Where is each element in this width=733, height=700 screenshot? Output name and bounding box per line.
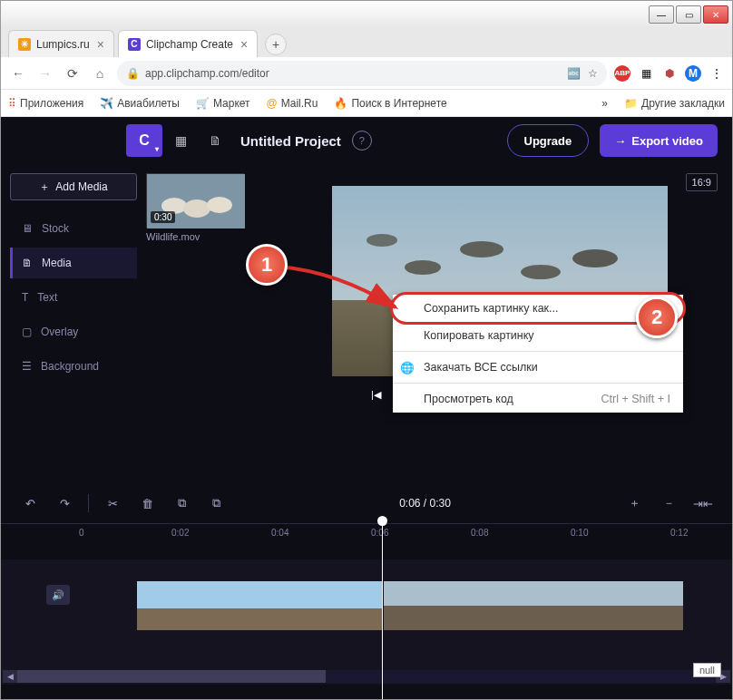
close-tab-icon[interactable]: × (97, 37, 104, 52)
bm-search[interactable]: 🔥Поиск в Интернете (334, 97, 446, 110)
svg-point-7 (572, 249, 618, 267)
project-name[interactable]: Untitled Project (240, 133, 341, 149)
lock-icon: 🔒 (126, 67, 140, 80)
overlay-icon: ▢ (22, 326, 32, 338)
sidebar-item-text[interactable]: TText (10, 282, 137, 313)
clipchamp-app: C ▦ 🗎 Untitled Project ? Upgrade →Export… (1, 117, 732, 699)
callout-2: 2 (636, 297, 678, 338)
aspect-ratio-button[interactable]: 16:9 (686, 173, 718, 191)
reload-button[interactable]: ⟳ (63, 63, 83, 83)
other-bookmarks[interactable]: 📁Другие закладки (624, 97, 725, 110)
tab-title: Lumpics.ru (36, 38, 90, 51)
home-button[interactable]: ⌂ (90, 63, 110, 83)
logo-menu[interactable]: C (126, 124, 162, 157)
skip-back-icon[interactable]: |◀ (371, 389, 381, 401)
bm-mailru[interactable]: @Mail.Ru (267, 97, 318, 110)
mute-button[interactable]: 🔊 (46, 585, 70, 605)
export-button[interactable]: →Export video (600, 124, 718, 157)
copy-button[interactable]: ⧉ (167, 490, 196, 517)
timeline-clip[interactable] (384, 581, 683, 630)
media-duration: 0:30 (151, 211, 175, 223)
document-icon[interactable]: 🗎 (199, 124, 231, 157)
forward-button[interactable]: → (35, 63, 55, 83)
back-button[interactable]: ← (8, 63, 28, 83)
extension-icons: ABP ▦ ⬢ M ⋮ (614, 65, 725, 82)
translate-icon[interactable]: 🔤 (567, 67, 581, 80)
scroll-thumb[interactable] (17, 670, 326, 683)
undo-button[interactable]: ↶ (15, 490, 44, 517)
adblock-icon[interactable]: ABP (614, 65, 630, 82)
close-tab-icon[interactable]: × (240, 37, 248, 52)
callout-1: 1 (246, 244, 288, 286)
timeline-tracks[interactable]: 🔊 (1, 559, 732, 668)
horizontal-scrollbar[interactable]: ◀ ▶ (1, 668, 732, 685)
svg-point-6 (521, 265, 561, 279)
split-button[interactable]: ✂ (98, 490, 127, 517)
maximize-button[interactable]: ▭ (676, 5, 701, 24)
text-icon: T (22, 291, 28, 304)
export-arrow-icon: → (614, 134, 626, 148)
ctx-download-links[interactable]: 🌐Закачать ВСЕ ссылки (393, 354, 683, 381)
timeline-time: 0:06 / 0:30 (399, 497, 451, 510)
bookmarks-bar: ⠿Приложения ✈️Авиабилеты 🛒Маркет @Mail.R… (1, 90, 732, 117)
tab-clipchamp[interactable]: C Clipchamp Create × (118, 30, 258, 57)
apps-button[interactable]: ⠿Приложения (8, 97, 83, 110)
ext-icon[interactable]: ▦ (638, 65, 654, 82)
new-tab-button[interactable]: + (265, 34, 287, 55)
media-icon: 🗎 (22, 257, 33, 269)
playhead[interactable] (382, 519, 383, 699)
bm-avia[interactable]: ✈️Авиабилеты (100, 97, 180, 110)
address-bar: ← → ⟳ ⌂ 🔒 app.clipchamp.com/editor 🔤 ☆ A… (1, 57, 732, 90)
zoom-out-button[interactable]: － (654, 490, 683, 517)
sidebar-item-media[interactable]: 🗎Media (10, 248, 137, 278)
url-text: app.clipchamp.com/editor (145, 67, 269, 80)
delete-button[interactable]: 🗑 (132, 490, 161, 517)
ctx-inspect[interactable]: Просмотреть кодCtrl + Shift + I (393, 385, 683, 413)
redo-button[interactable]: ↷ (50, 490, 79, 517)
profile-avatar[interactable]: M (685, 65, 701, 82)
timeline-toolbar: ↶ ↷ ✂ 🗑 ⧉ ⧉ 0:06 / 0:30 ＋ － ⇥⇤ (1, 483, 732, 523)
pdf-icon[interactable]: ⬢ (661, 65, 678, 82)
media-thumbnail[interactable]: 0:30 (146, 173, 244, 228)
tab-title: Clipchamp Create (146, 38, 233, 51)
app-toolbar: C ▦ 🗎 Untitled Project ? Upgrade →Export… (1, 117, 732, 164)
stock-icon: 🖥 (22, 222, 33, 235)
browser-tab-strip: ✳ Lumpics.ru × C Clipchamp Create × + (1, 28, 732, 57)
null-indicator: null (693, 663, 721, 677)
sidebar-item-stock[interactable]: 🖥Stock (10, 213, 137, 244)
sidebar-item-overlay[interactable]: ▢Overlay (10, 316, 137, 347)
sidebar-item-background[interactable]: ☰Background (10, 351, 137, 382)
svg-point-2 (183, 199, 210, 218)
favicon-clipchamp: C (128, 38, 141, 51)
plus-icon: ＋ (39, 180, 50, 195)
bm-market[interactable]: 🛒Маркет (196, 97, 250, 110)
star-icon[interactable]: ☆ (588, 67, 598, 80)
timeline-ruler[interactable]: 0 0:02 0:04 0:06 0:08 0:10 0:12 (1, 523, 732, 559)
minimize-button[interactable]: — (649, 5, 674, 24)
zoom-in-button[interactable]: ＋ (620, 490, 649, 517)
url-input[interactable]: 🔒 app.clipchamp.com/editor 🔤 ☆ (117, 61, 607, 86)
svg-point-4 (405, 260, 441, 275)
sidebar: ＋Add Media 🖥Stock 🗎Media TText ▢Overlay … (1, 164, 137, 483)
globe-icon: 🌐 (400, 360, 415, 374)
favicon-lumpics: ✳ (18, 38, 31, 51)
templates-icon[interactable]: ▦ (164, 124, 197, 157)
svg-point-3 (207, 197, 232, 213)
layers-icon: ☰ (22, 360, 32, 373)
zoom-fit-button[interactable]: ⇥⇤ (689, 490, 718, 517)
scroll-left-icon[interactable]: ◀ (3, 670, 17, 683)
add-media-button[interactable]: ＋Add Media (10, 173, 137, 200)
svg-point-5 (460, 241, 503, 258)
menu-icon[interactable]: ⋮ (709, 65, 725, 82)
timeline-clip[interactable] (137, 581, 382, 630)
duplicate-button[interactable]: ⧉ (201, 490, 230, 517)
window-titlebar: — ▭ ✕ (1, 1, 732, 28)
help-icon[interactable]: ? (352, 131, 372, 151)
close-button[interactable]: ✕ (703, 5, 728, 24)
upgrade-button[interactable]: Upgrade (507, 124, 590, 157)
svg-point-8 (366, 234, 397, 247)
tab-lumpics[interactable]: ✳ Lumpics.ru × (8, 30, 114, 57)
bm-overflow-icon[interactable]: » (601, 97, 608, 110)
